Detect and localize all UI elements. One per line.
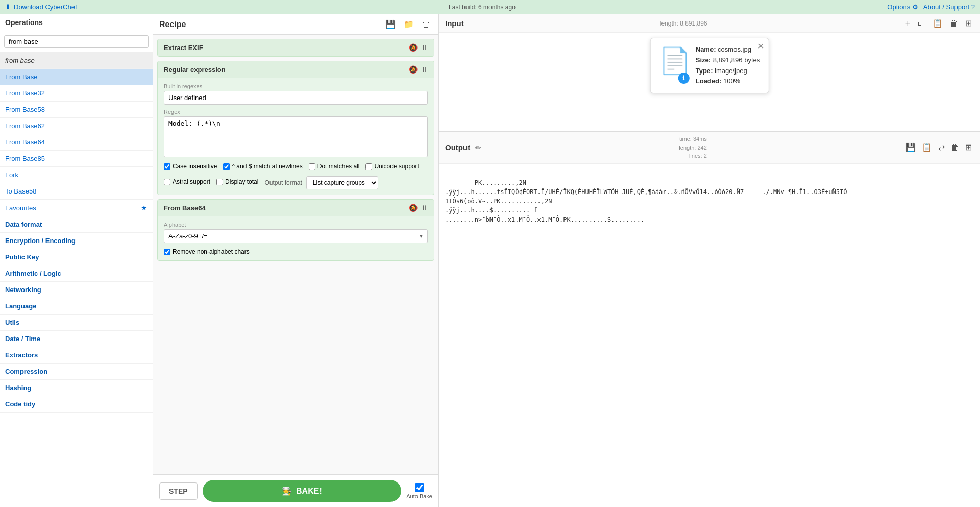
sidebar-item-from-base32[interactable]: From Base32 <box>0 85 153 102</box>
sidebar-item-compression[interactable]: Compression <box>0 364 153 380</box>
alphabet-select[interactable]: A-Za-z0-9+/= <box>164 229 428 243</box>
output-content: PK.........,2N .ÿÿj...h......fsÏIQÖ¢ÈORT… <box>445 179 847 223</box>
regex-disable-button[interactable]: 🔕 <box>409 65 418 74</box>
file-info-popup: 📄 ℹ Name: cosmos.jpg Size: 8,891,896 byt… <box>650 38 769 93</box>
file-loaded-label: Loaded: <box>696 77 723 85</box>
extract-exif-pause-button[interactable]: ⏸ <box>421 43 428 52</box>
download-label: Download CyberChef <box>14 3 77 11</box>
file-doc-icon: 📄 <box>659 46 691 75</box>
from-base64-body: Alphabet A-Za-z0-9+/= ▼ Remove non-alpha… <box>158 216 434 260</box>
clear-input-button[interactable]: 🗑 <box>948 18 960 29</box>
recipe-panel: Recipe 💾 📁 🗑 Extract EXIF 🔕 ⏸ <box>153 14 439 507</box>
auto-bake-col: Auto Bake <box>406 483 432 499</box>
download-icon: ⬇ <box>5 3 11 11</box>
file-loaded-row: Loaded: 100% <box>696 76 761 87</box>
file-popup-close-button[interactable]: ✕ <box>757 41 764 51</box>
output-body: PK.........,2N .ÿÿj...h......fsÏIQÖ¢ÈORT… <box>439 164 980 508</box>
output-title-row: Output ✏ <box>445 142 482 153</box>
display-total-checkbox[interactable]: Display total <box>216 178 258 185</box>
sidebar-item-extractors[interactable]: Extractors <box>0 347 153 364</box>
extract-exif-disable-button[interactable]: 🔕 <box>409 43 418 52</box>
sidebar-item-hashing[interactable]: Hashing <box>0 380 153 396</box>
about-link[interactable]: About / Support ? <box>923 3 975 11</box>
bake-label: BAKE! <box>296 487 322 496</box>
clear-recipe-button[interactable]: 🗑 <box>420 19 432 30</box>
output-lines-value: 2 <box>704 153 707 159</box>
output-title: Output <box>445 143 470 152</box>
sidebar-item-utils[interactable]: Utils <box>0 315 153 331</box>
recipe-title: Recipe <box>159 20 186 29</box>
step-button[interactable]: STEP <box>159 482 198 500</box>
sidebar-item-language[interactable]: Language <box>0 298 153 315</box>
dot-matches-all-checkbox[interactable]: Dot matches all <box>309 163 360 170</box>
output-format-select[interactable]: List capture groups Highlight matches Li… <box>306 176 378 189</box>
sidebar-item-from-base58[interactable]: From Base58 <box>0 102 153 118</box>
recipe-step-from-base64: From Base64 🔕 ⏸ Alphabet A-Za-z0-9+/= ▼ <box>157 199 434 261</box>
sidebar-item-to-base58[interactable]: To Base58 <box>0 183 153 200</box>
built-in-regexes-input[interactable] <box>164 91 428 105</box>
file-type-label: Type: <box>696 67 715 75</box>
recipe-content: Extract EXIF 🔕 ⏸ Regular expression 🔕 ⏸ <box>153 35 438 474</box>
regular-expression-header: Regular expression 🔕 ⏸ <box>158 61 434 78</box>
built-in-regexes-label: Built in regexes <box>164 83 428 89</box>
file-type-row: Type: image/jpeg <box>696 66 761 77</box>
sidebar-item-public-key[interactable]: Public Key <box>0 249 153 265</box>
sidebar-item-fork[interactable]: Fork <box>0 167 153 183</box>
sidebar-search-area <box>0 31 153 53</box>
from-base64-disable-button[interactable]: 🔕 <box>409 204 418 212</box>
sidebar-item-networking[interactable]: Networking <box>0 282 153 298</box>
search-input[interactable] <box>4 35 149 48</box>
remove-non-alphabet-checkbox[interactable]: Remove non-alphabet chars <box>164 248 428 255</box>
input-title: Input <box>445 19 464 28</box>
sidebar-item-from-base62[interactable]: From Base62 <box>0 118 153 134</box>
add-input-button[interactable]: + <box>903 18 912 29</box>
bake-button[interactable]: 👨‍🍳 BAKE! <box>203 480 402 502</box>
unicode-support-checkbox[interactable]: Unicode support <box>365 163 419 170</box>
regular-expression-controls: 🔕 ⏸ <box>409 65 428 74</box>
regex-checkboxes: Case insensitive ^ and $ match at newlin… <box>164 163 428 170</box>
sidebar-item-data-format[interactable]: Data format <box>0 216 153 233</box>
sidebar-item-from-base[interactable]: From Base <box>0 69 153 85</box>
sidebar-item-favourites[interactable]: Favourites ★ <box>0 200 153 216</box>
output-edit-button[interactable]: ✏ <box>474 142 482 153</box>
bake-bar: STEP 👨‍🍳 BAKE! Auto Bake <box>153 474 438 507</box>
save-recipe-button[interactable]: 💾 <box>383 18 398 30</box>
sidebar-item-date-time[interactable]: Date / Time <box>0 331 153 347</box>
astral-support-checkbox[interactable]: Astral support <box>164 178 210 185</box>
topbar: ⬇ Download CyberChef Last build: 6 month… <box>0 0 980 14</box>
paste-input-button[interactable]: 📋 <box>930 17 945 29</box>
auto-bake-label: Auto Bake <box>406 493 432 499</box>
open-folder-button[interactable]: 📁 <box>402 18 416 30</box>
options-link[interactable]: Options ⚙ <box>887 3 918 11</box>
sidebar-item-from-base64[interactable]: From Base64 <box>0 134 153 151</box>
expand-output-button[interactable]: ⊞ <box>963 141 974 153</box>
file-size-row: Size: 8,891,896 bytes <box>696 55 761 66</box>
sidebar-item-from-base-search[interactable]: from base <box>0 53 153 69</box>
sidebar-item-from-base85[interactable]: From Base85 <box>0 151 153 167</box>
from-base64-pause-button[interactable]: ⏸ <box>421 204 428 212</box>
extract-exif-header: Extract EXIF 🔕 ⏸ <box>158 39 434 56</box>
from-base64-controls: 🔕 ⏸ <box>409 204 428 212</box>
download-link[interactable]: ⬇ Download CyberChef <box>5 3 77 11</box>
sidebar-item-encryption-encoding[interactable]: Encryption / Encoding <box>0 233 153 249</box>
recipe-header: Recipe 💾 📁 🗑 <box>153 14 438 35</box>
sidebar-item-code-tidy[interactable]: Code tidy <box>0 396 153 413</box>
copy-output-button[interactable]: 📋 <box>920 141 934 153</box>
case-insensitive-checkbox[interactable]: Case insensitive <box>164 163 217 170</box>
input-meta: length: 8,891,896 <box>660 20 707 27</box>
build-info: Last build: 6 months ago <box>449 4 516 11</box>
file-info-text: Name: cosmos.jpg Size: 8,891,896 bytes T… <box>696 44 761 87</box>
recipe-step-extract-exif: Extract EXIF 🔕 ⏸ <box>157 39 434 57</box>
from-base64-header: From Base64 🔕 ⏸ <box>158 200 434 216</box>
file-info-badge: ℹ <box>678 73 690 84</box>
open-input-button[interactable]: 🗂 <box>915 18 927 29</box>
multiline-checkbox[interactable]: ^ and $ match at newlines <box>223 163 302 170</box>
switch-output-button[interactable]: ⇄ <box>936 141 947 153</box>
regex-textarea[interactable]: Model: (.*)\n <box>164 116 428 157</box>
sidebar-item-arithmetic-logic[interactable]: Arithmetic / Logic <box>0 265 153 282</box>
auto-bake-checkbox[interactable] <box>415 483 424 492</box>
clear-output-button[interactable]: 🗑 <box>949 142 961 153</box>
grid-input-button[interactable]: ⊞ <box>963 17 974 29</box>
save-output-button[interactable]: 💾 <box>903 141 918 153</box>
regex-pause-button[interactable]: ⏸ <box>421 65 428 74</box>
